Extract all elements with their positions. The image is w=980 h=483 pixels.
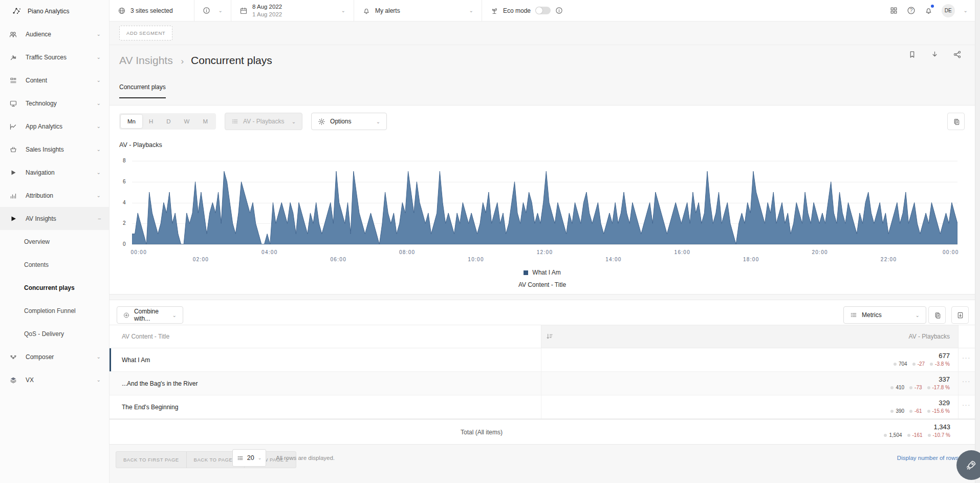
- sidebar-item-label: App Analytics: [26, 123, 89, 130]
- dot-icon: [927, 410, 930, 413]
- row-title[interactable]: The End's Beginning: [122, 395, 178, 419]
- eco-plant-icon: [490, 7, 498, 15]
- sidebar-subitem-label: QoS - Delivery: [24, 330, 64, 338]
- row-values: 329 390-61-15.6 %: [541, 395, 959, 418]
- row-title[interactable]: ...And the Bag's in the River: [122, 372, 198, 395]
- metrics-select[interactable]: Metrics ⌄: [843, 306, 926, 324]
- alerts-selector[interactable]: My alerts ⌄: [354, 0, 482, 21]
- metric-select[interactable]: AV - Playbacks ⌄: [225, 113, 302, 130]
- sidebar-subitem-completion-funnel[interactable]: Completion Funnel: [0, 299, 109, 322]
- row-menu-button[interactable]: ...: [962, 400, 971, 407]
- sidebar-item-label: Attribution: [26, 192, 89, 199]
- display-number-of-rows-link[interactable]: Display number of rows: [897, 455, 959, 461]
- sidebar-item-technology[interactable]: Technology ⌄: [0, 92, 109, 115]
- dot-icon: [890, 410, 894, 413]
- notifications-button[interactable]: [924, 6, 933, 15]
- sidebar-item-audience[interactable]: Audience ⌄: [0, 23, 109, 46]
- chevron-down-icon[interactable]: ⌄: [964, 8, 968, 13]
- help-icon[interactable]: ?: [907, 6, 916, 15]
- metric-value: 337: [541, 375, 950, 383]
- x-tick-label: 16:00: [674, 249, 691, 255]
- app-logo[interactable]: Piano Analytics: [0, 0, 109, 23]
- granularity-month-button[interactable]: M: [196, 115, 214, 128]
- list-icon: [231, 118, 238, 125]
- row-values: 677 704-27-3.8 %: [541, 348, 959, 371]
- sidebar-subitem-contents[interactable]: Contents: [0, 253, 109, 276]
- info-icon[interactable]: [203, 7, 210, 14]
- table-export-button[interactable]: [951, 306, 969, 324]
- table-row[interactable]: ...And the Bag's in the River 337 410-73…: [110, 372, 975, 395]
- column-header-dimension[interactable]: AV Content - Title: [122, 325, 169, 348]
- add-segment-button[interactable]: ADD SEGMENT: [119, 26, 172, 40]
- table-copy-button[interactable]: [928, 306, 946, 324]
- row-menu-button[interactable]: ...: [962, 352, 971, 360]
- date-range-selector[interactable]: 8 Aug 2022 1 Aug 2022 ⌄: [231, 0, 354, 21]
- sidebar-item-attribution[interactable]: Attribution ⌄: [0, 184, 109, 207]
- download-button[interactable]: [930, 50, 939, 59]
- sidebar-item-label: Content: [26, 77, 89, 84]
- chevron-down-icon: ⌄: [916, 312, 920, 318]
- chart-copy-button[interactable]: [947, 113, 965, 130]
- download-icon: [930, 50, 939, 59]
- sidebar-item-navigation[interactable]: Navigation ⌄: [0, 161, 109, 184]
- bookmark-button[interactable]: [908, 50, 917, 59]
- rows-per-page-select[interactable]: 20 ⌄: [232, 449, 266, 467]
- bars-icon: [9, 192, 17, 200]
- granularity-week-button[interactable]: W: [178, 115, 197, 128]
- notification-dot: [931, 5, 934, 8]
- sidebar-subitem-qos-delivery[interactable]: QoS - Delivery: [0, 322, 109, 345]
- chevron-down-icon: ⌄: [97, 77, 101, 83]
- flow-icon: [9, 353, 17, 361]
- tab-concurrent-plays[interactable]: Concurrent plays: [119, 83, 166, 98]
- rows-status: All rows are displayed.: [276, 455, 335, 461]
- chevron-down-icon[interactable]: ⌄: [219, 8, 223, 13]
- sidebar-item-av-insights[interactable]: AV Insights –: [0, 207, 109, 230]
- dot-icon: [930, 363, 933, 366]
- sidebar-subitem-concurrent-plays[interactable]: Concurrent plays: [0, 276, 109, 299]
- sites-selector[interactable]: 3 sites selected: [110, 0, 194, 21]
- back-to-first-page-button[interactable]: BACK TO FIRST PAGE: [116, 452, 187, 468]
- chevron-down-icon: ⌄: [97, 377, 101, 383]
- metric-comparison: 410-73-17.8 %: [541, 385, 950, 390]
- granularity-day-button[interactable]: D: [160, 115, 177, 128]
- x-tick-label: 14:00: [605, 257, 622, 262]
- pct-value: -15.6 %: [932, 408, 950, 414]
- sidebar-item-traffic-sources[interactable]: Traffic Sources ⌄: [0, 46, 109, 69]
- pct-value: -10.7 %: [933, 432, 950, 438]
- sidebar-item-app-analytics[interactable]: App Analytics ⌄: [0, 115, 109, 138]
- table-row[interactable]: The End's Beginning 329 390-61-15.6 % ..…: [110, 395, 975, 419]
- sidebar-subitem-overview[interactable]: Overview: [0, 230, 109, 253]
- scrollbar[interactable]: [975, 0, 980, 483]
- table-row[interactable]: What I Am 677 704-27-3.8 % ...: [110, 348, 975, 372]
- x-tick-label: 12:00: [537, 249, 553, 255]
- apps-grid-icon[interactable]: [889, 6, 898, 15]
- sidebar-item-label: Traffic Sources: [26, 54, 89, 61]
- copy-icon: [933, 311, 941, 319]
- combine-with-button[interactable]: Combine with... ⌄: [117, 306, 183, 324]
- granularity-minute-button[interactable]: Mn: [121, 115, 142, 128]
- avatar[interactable]: DE: [942, 4, 955, 17]
- chart-legend[interactable]: What I Am: [110, 269, 975, 276]
- topbar: 3 sites selected ⌄ 8 Aug 2022 1 Aug 2022…: [110, 0, 975, 22]
- sites-selected-label: 3 sites selected: [130, 7, 173, 14]
- sidebar-item-label: AV Insights: [26, 215, 90, 222]
- rocket-icon: [966, 459, 977, 471]
- table-header: AV Content - Title AV - Playbacks: [110, 325, 975, 348]
- sidebar-item-vx[interactable]: VX ⌄: [0, 368, 109, 391]
- total-label: Total (All items): [110, 419, 541, 445]
- sidebar-item-composer[interactable]: Composer ⌄: [0, 345, 109, 368]
- row-menu-button[interactable]: ...: [962, 376, 971, 384]
- sort-descending-icon[interactable]: [546, 325, 959, 348]
- sidebar-item-sales-insights[interactable]: Sales Insights ⌄: [0, 138, 109, 161]
- list-icon: [237, 455, 244, 461]
- row-title[interactable]: What I Am: [122, 348, 150, 372]
- info-icon[interactable]: [555, 7, 563, 14]
- sidebar-item-content[interactable]: Content ⌄: [0, 69, 109, 92]
- granularity-hour-button[interactable]: H: [142, 115, 160, 128]
- file-download-icon: [956, 311, 964, 319]
- chevron-down-icon: ⌄: [97, 54, 101, 60]
- share-button[interactable]: [953, 50, 962, 59]
- options-select[interactable]: Options ⌄: [311, 113, 387, 130]
- eco-mode-toggle[interactable]: [535, 7, 551, 14]
- breadcrumb-parent[interactable]: AV Insights: [119, 54, 173, 66]
